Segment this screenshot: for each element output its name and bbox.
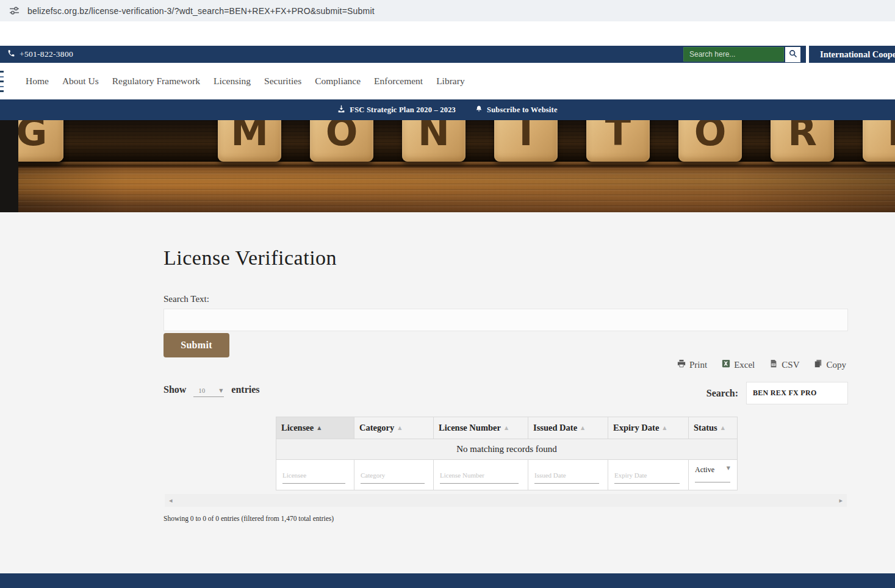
csv-button[interactable]: CSV — [769, 359, 799, 370]
phone-icon — [7, 49, 15, 60]
download-icon — [337, 105, 345, 115]
horizontal-scrollbar[interactable]: ◂ ▸ — [165, 494, 847, 507]
sort-asc-icon: ▲ — [663, 425, 666, 431]
filter-row: Active ▼ — [276, 460, 738, 490]
page-footer — [0, 573, 895, 588]
announcement-bar: FSC Strategic Plan 2020 – 2023 Subscribe… — [0, 99, 895, 120]
table-search-input[interactable] — [746, 382, 848, 404]
letter-block: T — [586, 120, 650, 162]
column-header-licensee[interactable]: Licensee▲ — [276, 417, 354, 439]
nav-item-library[interactable]: Library — [430, 76, 471, 87]
column-header-issued-date[interactable]: Issued Date▲ — [528, 417, 608, 439]
letter-block: N — [402, 120, 465, 162]
subscribe-label: Subscribe to Website — [487, 106, 558, 115]
letter-block: I — [863, 120, 895, 162]
topbar-menu-international-cooperation[interactable]: International Cooperation — [809, 46, 895, 63]
filter-input-license-number[interactable] — [440, 471, 519, 484]
copy-icon — [814, 359, 822, 370]
site-search-input[interactable] — [683, 47, 784, 62]
strategic-plan-link[interactable]: FSC Strategic Plan 2020 – 2023 — [337, 105, 456, 115]
show-label: Show — [164, 384, 186, 395]
address-bar[interactable]: belizefsc.org.bz/license-verification-3/… — [0, 0, 895, 21]
csv-icon — [769, 359, 778, 370]
excel-icon — [722, 359, 730, 370]
table-search-label: Search: — [706, 388, 738, 399]
copy-button[interactable]: Copy — [814, 359, 846, 370]
subscribe-link[interactable]: Subscribe to Website — [475, 105, 558, 115]
search-text-input[interactable] — [164, 309, 848, 331]
site-settings-icon[interactable] — [8, 5, 20, 17]
scroll-right-arrow[interactable]: ▸ — [839, 497, 843, 504]
letter-block: I — [494, 120, 558, 162]
filter-input-licensee[interactable] — [282, 471, 345, 484]
main-navigation: Home About Us Regulatory Framework Licen… — [0, 63, 895, 99]
chevron-down-icon: ▼ — [219, 388, 223, 393]
table-summary: Showing 0 to 0 of 0 entries (filtered fr… — [164, 515, 334, 522]
letter-block: O — [310, 120, 373, 162]
column-header-expiry-date[interactable]: Expiry Date▲ — [608, 417, 689, 439]
table-search: Search: — [706, 382, 848, 404]
print-button[interactable]: Print — [677, 359, 707, 370]
chevron-down-icon: ▼ — [727, 465, 730, 471]
nav-item-home[interactable]: Home — [19, 76, 56, 87]
wood-table-surface — [0, 162, 895, 212]
search-icon — [789, 49, 797, 60]
browser-gap — [0, 21, 895, 46]
letter-block: R — [771, 120, 834, 162]
print-icon — [677, 359, 686, 370]
nav-item-compliance[interactable]: Compliance — [308, 76, 367, 87]
sort-asc-icon: ▲ — [581, 425, 584, 431]
site-topbar: +501-822-3800 International Cooperation — [0, 46, 895, 63]
nav-item-licensing[interactable]: Licensing — [207, 76, 257, 87]
letter-block: O — [678, 120, 742, 162]
scroll-left-arrow[interactable]: ◂ — [169, 497, 173, 504]
column-header-status[interactable]: Status▲ — [689, 417, 738, 439]
partial-logo — [0, 71, 4, 94]
sort-asc-icon: ▲ — [721, 425, 725, 431]
status-filter-select[interactable]: Active ▼ — [695, 465, 730, 482]
bell-icon — [475, 105, 483, 115]
column-header-category[interactable]: Category▲ — [354, 417, 434, 439]
letter-block: M — [218, 120, 281, 162]
phone-number: +501-822-3800 — [7, 49, 73, 60]
hero-image: M O N I T O R I N G — [0, 120, 895, 212]
filter-input-issued-date[interactable] — [534, 471, 599, 484]
entries-label: entries — [231, 384, 259, 395]
filter-input-expiry-date[interactable] — [614, 471, 680, 484]
nav-item-securities[interactable]: Securities — [257, 76, 308, 87]
url-text[interactable]: belizefsc.org.bz/license-verification-3/… — [27, 6, 375, 16]
license-table: Licensee▲ Category▲ License Number▲ Issu… — [276, 417, 738, 490]
sort-asc-icon: ▲ — [398, 425, 401, 431]
submit-button[interactable]: Submit — [164, 333, 229, 357]
entries-per-page-select[interactable]: 10 ▼ — [193, 387, 224, 397]
length-menu: Show 10 ▼ entries — [164, 384, 260, 397]
table-header-row: Licensee▲ Category▲ License Number▲ Issu… — [276, 417, 738, 439]
nav-item-enforcement[interactable]: Enforcement — [367, 76, 430, 87]
site-search-button[interactable] — [785, 47, 800, 62]
sort-asc-icon: ▲ — [317, 425, 321, 431]
sort-asc-icon: ▲ — [505, 425, 508, 431]
phone-number-text: +501-822-3800 — [20, 49, 73, 59]
filter-input-category[interactable] — [361, 471, 425, 484]
export-toolbar: Print Excel CSV Copy — [677, 359, 846, 370]
search-text-label: Search Text: — [164, 294, 209, 304]
hero-left-shadow — [0, 120, 18, 212]
excel-button[interactable]: Excel — [722, 359, 755, 370]
main-content: License Verification Search Text: Submit… — [0, 212, 895, 573]
empty-row: No matching records found — [276, 439, 738, 460]
column-header-license-number[interactable]: License Number▲ — [434, 417, 528, 439]
nav-item-about-us[interactable]: About Us — [56, 76, 106, 87]
nav-item-regulatory-framework[interactable]: Regulatory Framework — [106, 76, 207, 87]
page-title: License Verification — [164, 246, 337, 270]
strategic-plan-label: FSC Strategic Plan 2020 – 2023 — [350, 106, 456, 115]
empty-message: No matching records found — [276, 439, 738, 460]
